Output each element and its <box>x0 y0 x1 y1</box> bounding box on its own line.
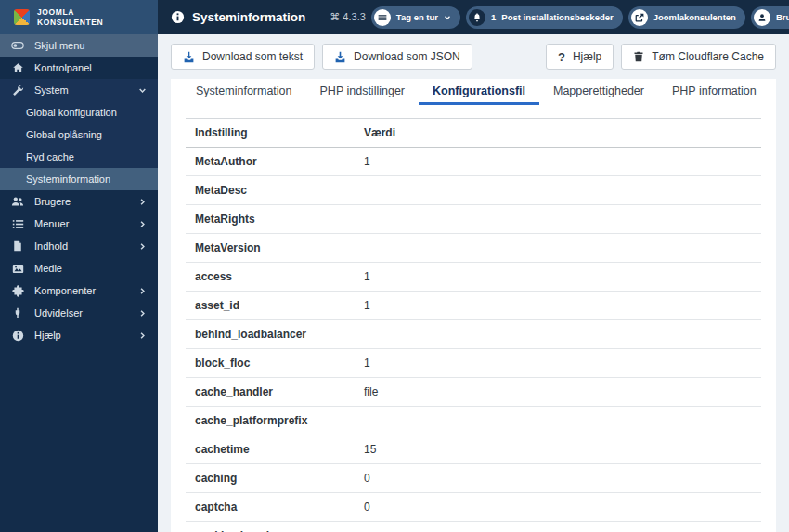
sidebar-item-global-oplasning[interactable]: Global oplåsning <box>0 123 158 146</box>
puzzle-icon <box>11 285 24 297</box>
sidebar-item-kontrolpanel[interactable]: Kontrolpanel <box>0 57 158 79</box>
table-row: MetaRights <box>186 205 761 234</box>
setting-value <box>355 205 761 234</box>
table-row: access1 <box>186 263 761 292</box>
sidebar-item-medie[interactable]: Medie <box>0 257 158 279</box>
setting-value: 1 <box>355 263 761 292</box>
topbar-main: Systeminformation ⌘ 4.3.3 Tag en tur 1 P… <box>158 0 789 34</box>
sidebar-item-label: Menuer <box>34 218 69 229</box>
download-text-label: Download som tekst <box>202 50 303 63</box>
sidebar-item-toggle-menu[interactable]: Skjul menu <box>0 34 158 57</box>
setting-name: cache_platformprefix <box>186 407 355 435</box>
sidebar: Skjul menu Kontrolpanel System Global ko… <box>0 34 158 532</box>
setting-name: MetaVersion <box>186 234 355 263</box>
sidebar-system-section: System Global konfiguration Global oplås… <box>0 79 158 190</box>
sidebar-item-systeminformation[interactable]: Systeminformation <box>0 168 158 190</box>
setting-name: block_floc <box>186 349 355 378</box>
download-icon <box>183 51 195 63</box>
sidebar-item-label: Indhold <box>34 240 68 252</box>
setting-value <box>355 407 761 435</box>
help-label: Hjælp <box>573 50 601 63</box>
brand-logo-area[interactable]: JOOMLA KONSULENTEN <box>0 0 158 34</box>
chevron-down-icon <box>444 14 451 21</box>
setting-name: MetaRights <box>186 205 355 234</box>
setting-name: access <box>186 263 355 292</box>
download-json-label: Download som JSON <box>354 50 460 63</box>
sidebar-item-system[interactable]: System <box>0 79 158 101</box>
table-header-row: Indstilling Værdi <box>186 119 761 148</box>
page-title: Systeminformation <box>171 10 305 24</box>
post-install-messages-button[interactable]: 1 Post installationsbeskeder <box>466 6 623 29</box>
users-icon <box>11 195 24 208</box>
topbar: JOOMLA KONSULENTEN Systeminformation ⌘ 4… <box>0 0 789 34</box>
setting-value: 1 <box>355 292 761 320</box>
setting-value: 1 <box>355 349 761 378</box>
notification-count-badge: 1 <box>491 12 496 22</box>
sidebar-item-label: System <box>34 84 69 96</box>
sidebar-item-menuer[interactable]: Menuer <box>0 213 158 235</box>
list-icon <box>11 218 24 230</box>
sidebar-item-label: Udvidelser <box>34 307 83 318</box>
help-button[interactable]: ? Hjælp <box>546 44 614 70</box>
bell-icon <box>469 9 485 26</box>
setting-name: cache_handler <box>186 378 355 407</box>
download-json-button[interactable]: Download som JSON <box>322 44 472 70</box>
download-text-button[interactable]: Download som tekst <box>171 44 315 70</box>
sidebar-item-brugere[interactable]: Brugere <box>0 190 158 213</box>
brand-name-line2: KONSULENTEN <box>37 18 103 28</box>
table-row: MetaAuthor1 <box>186 148 761 176</box>
setting-name: behind_loadbalancer <box>186 320 355 349</box>
clear-cache-label: Tøm Cloudflare Cache <box>652 50 764 63</box>
clear-cloudflare-cache-button[interactable]: Tøm Cloudflare Cache <box>621 44 776 70</box>
system-info-card: Systeminformation PHP indstillinger Konf… <box>171 79 776 532</box>
sidebar-item-indhold[interactable]: Indhold <box>0 235 158 257</box>
tab-php-information[interactable]: PHP information <box>658 79 770 105</box>
table-row: MetaDesc <box>186 176 761 205</box>
site-preview-button[interactable]: Joomlakonsulenten <box>628 6 745 29</box>
tab-php-indstillinger[interactable]: PHP indstillinger <box>306 79 419 105</box>
table-row: MetaVersion <box>186 234 761 263</box>
table-row: behind_loadbalancer <box>186 320 761 349</box>
image-icon <box>11 263 24 275</box>
setting-value: 0 <box>355 493 761 522</box>
toggle-icon <box>11 39 24 52</box>
setting-value <box>355 522 761 532</box>
sidebar-item-label: Kontrolpanel <box>34 62 92 73</box>
table-row: asset_id1 <box>186 292 761 320</box>
wrench-icon <box>11 84 24 97</box>
sidebar-item-komponenter[interactable]: Komponenter <box>0 279 158 302</box>
chevron-right-icon <box>138 242 147 251</box>
chevron-down-icon <box>138 86 147 95</box>
tab-mapperettigheder[interactable]: Mapperettigheder <box>539 79 658 105</box>
table-row: block_floc1 <box>186 349 761 378</box>
post-install-messages-label: Post installationsbeskeder <box>501 12 613 22</box>
question-mark-icon: ? <box>558 50 565 64</box>
site-preview-label: Joomlakonsulenten <box>653 12 736 22</box>
sidebar-item-ryd-cache[interactable]: Ryd cache <box>0 146 158 168</box>
sidebar-item-label: Medie <box>34 263 62 274</box>
setting-value <box>355 176 761 205</box>
version-badge[interactable]: ⌘ 4.3.3 <box>330 11 366 23</box>
sidebar-item-global-konfiguration[interactable]: Global konfiguration <box>0 101 158 123</box>
sidebar-item-hjaelp[interactable]: Hjælp <box>0 324 158 346</box>
setting-value <box>355 320 761 349</box>
tab-konfigurationsfil[interactable]: Konfigurationsfil <box>419 79 539 105</box>
sidebar-item-udvidelser[interactable]: Udvidelser <box>0 302 158 324</box>
column-header-value: Værdi <box>355 119 761 148</box>
download-icon <box>334 51 346 63</box>
setting-name: cachetime <box>186 435 355 464</box>
sidebar-item-label: Komponenter <box>34 285 96 296</box>
setting-name: captcha <box>186 493 355 522</box>
topbar-pills: Tag en tur 1 Post installationsbeskeder … <box>371 6 789 29</box>
file-icon <box>11 240 24 252</box>
table-row: cookie_domain <box>186 522 761 532</box>
external-link-icon <box>631 9 648 26</box>
tab-systeminformation[interactable]: Systeminformation <box>182 79 306 105</box>
chevron-right-icon <box>138 220 147 228</box>
brand-name-line1: JOOMLA <box>37 7 103 18</box>
tab-bar: Systeminformation PHP indstillinger Konf… <box>171 79 776 105</box>
user-menu-button[interactable]: Brugermenu <box>751 6 789 29</box>
sidebar-subitem-label: Global konfiguration <box>26 107 117 118</box>
take-tour-button[interactable]: Tag en tur <box>371 6 460 29</box>
toolbar: Download som tekst Download som JSON ? H… <box>158 34 789 78</box>
